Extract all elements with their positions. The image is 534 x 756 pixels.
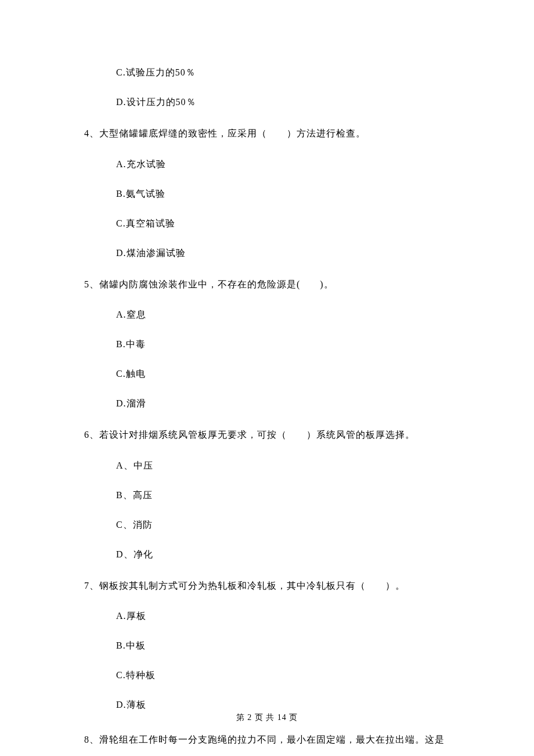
question-4-option-c: C.真空箱试验 <box>84 218 450 230</box>
question-6-option-a: A、中压 <box>84 460 450 472</box>
question-7-option-a: A.厚板 <box>84 610 450 622</box>
question-5-option-d: D.溜滑 <box>84 398 450 410</box>
question-5-option-c: C.触电 <box>84 368 450 380</box>
question-7-option-d: D.薄板 <box>84 699 450 711</box>
question-5-option-b: B.中毒 <box>84 339 450 351</box>
question-5-text: 5、储罐内防腐蚀涂装作业中，不存在的危险源是( )。 <box>84 277 450 292</box>
question-4-option-b: B.氨气试验 <box>84 188 450 200</box>
question-6-text: 6、若设计对排烟系统风管板厚无要求，可按（ ）系统风管的板厚选择。 <box>84 427 450 442</box>
question-3-option-d: D.设计压力的50％ <box>84 96 450 109</box>
question-7-text: 7、钢板按其轧制方式可分为热轧板和冷轧板，其中冷轧板只有（ ）。 <box>84 578 450 593</box>
page-footer: 第 2 页 共 14 页 <box>0 712 534 723</box>
question-3-option-c: C.试验压力的50％ <box>84 67 450 79</box>
question-4-option-d: D.煤油渗漏试验 <box>84 247 450 260</box>
question-7-option-c: C.特种板 <box>84 669 450 682</box>
question-6-option-d: D、净化 <box>84 549 450 561</box>
question-6-option-c: C、消防 <box>84 519 450 531</box>
question-8-text: 8、滑轮组在工作时每一分支跑绳的拉力不同，最小在固定端，最大在拉出端。这是因为（… <box>84 729 450 756</box>
question-5-option-a: A.窒息 <box>84 309 450 321</box>
question-6-option-b: B、高压 <box>84 489 450 502</box>
question-7-option-b: B.中板 <box>84 640 450 652</box>
question-4-option-a: A.充水试验 <box>84 159 450 171</box>
page-content: C.试验压力的50％ D.设计压力的50％ 4、大型储罐罐底焊缝的致密性，应采用… <box>0 0 534 756</box>
question-4-text: 4、大型储罐罐底焊缝的致密性，应采用（ ）方法进行检查。 <box>84 126 450 141</box>
